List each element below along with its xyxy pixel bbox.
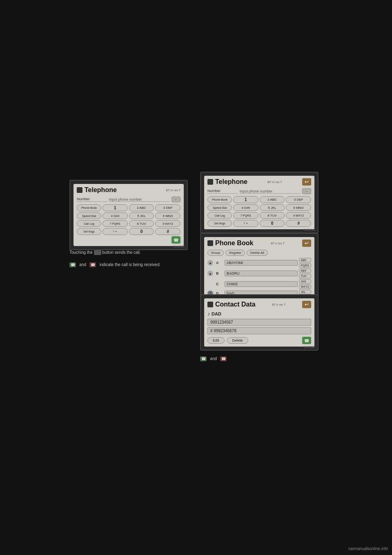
settings-btn-right[interactable]: Set tings bbox=[207, 220, 232, 227]
telephone-screen-left: Telephone BT rrr rec T Number Input phon… bbox=[69, 180, 188, 250]
key0-right[interactable]: 0 bbox=[260, 220, 285, 227]
key5-left[interactable]: 5 JKL bbox=[129, 213, 154, 219]
key6-left[interactable]: 6 MNO bbox=[155, 213, 180, 219]
signal-right: BT rrr rec T bbox=[267, 181, 282, 184]
letter-1: B bbox=[216, 271, 223, 275]
alpha-abc-0[interactable]: ABC bbox=[299, 258, 311, 262]
alpha-ghi-2[interactable]: GHI bbox=[299, 279, 311, 284]
key1-left[interactable]: 1 bbox=[102, 204, 128, 211]
alpha-def-1[interactable]: DEF bbox=[299, 269, 311, 273]
call-log-btn-right[interactable]: Call Log bbox=[207, 212, 232, 219]
phonebook-title: Phone Book bbox=[207, 239, 253, 247]
phone-icon-left bbox=[77, 187, 82, 193]
phone-book-btn-left[interactable]: Phone Book bbox=[77, 204, 101, 211]
key8-left[interactable]: 8 TUV bbox=[129, 220, 154, 227]
keypad-left: Phone Book 1 2 ABC 3 DEF Speed Dial 4 GH… bbox=[77, 204, 180, 235]
keyhash-right[interactable]: # bbox=[286, 220, 311, 227]
delete-btn-contact[interactable]: Delete bbox=[227, 337, 248, 344]
left-description: Touching the button sends the call. ☎ an… bbox=[69, 249, 160, 268]
key3-right[interactable]: 3 DEF bbox=[286, 196, 311, 203]
keypad-right: Phone Book 1 2 ABC 3 DEF Speed Dial 4 GH… bbox=[207, 196, 311, 227]
key3-left[interactable]: 3 DEF bbox=[155, 204, 180, 211]
key4-left[interactable]: 4 GHI bbox=[102, 213, 128, 219]
phone-field-1[interactable]: 9991234567 bbox=[207, 319, 311, 326]
tel-left-title: Telephone bbox=[77, 186, 117, 194]
phone-book-btn-right[interactable]: Phone Book bbox=[207, 196, 232, 203]
back-btn-right[interactable]: ↩ bbox=[302, 178, 311, 186]
number-row-right: Number Input phone number ← bbox=[207, 188, 311, 194]
back-btn-contact[interactable]: ↩ bbox=[302, 301, 311, 308]
contact-data-title: Contact Data bbox=[207, 301, 256, 308]
speed-dial-btn-left[interactable]: Speed Dial bbox=[77, 213, 101, 219]
key2-left[interactable]: 2 ABC bbox=[129, 204, 154, 211]
tel-right-title: Telephone bbox=[207, 178, 247, 186]
letter-2: C bbox=[216, 282, 223, 286]
call-answer-btn-left[interactable]: ☎ bbox=[172, 236, 180, 244]
phonebook-toolbar: Group Register Delete All bbox=[207, 250, 311, 256]
code-contact: 5U5096F bbox=[304, 346, 316, 349]
key4-right[interactable]: 4 GHI bbox=[233, 204, 258, 211]
alpha-pqrs-0[interactable]: PQRS bbox=[299, 263, 311, 268]
watermark: carmanualsonline.info bbox=[348, 546, 388, 551]
contact-icon-1: ▲ bbox=[207, 271, 213, 276]
delete-btn-right[interactable]: ← bbox=[302, 188, 311, 194]
edit-btn[interactable]: Edit bbox=[207, 337, 225, 344]
keystar-right[interactable]: * + bbox=[233, 220, 258, 227]
left-text-2: ☎ and ☎ indicate the call is being recei… bbox=[69, 262, 160, 268]
key2-right[interactable]: 2 ABC bbox=[260, 196, 285, 203]
signal-phonebook: BT rr rec T bbox=[271, 242, 285, 245]
page-container: Telephone BT rrr rec T Number Input phon… bbox=[0, 0, 392, 555]
telephone-screen-right: Telephone BT rrr rec T ↩ Number Input ph… bbox=[200, 172, 318, 233]
phone-icon-right bbox=[207, 179, 213, 185]
delete-btn-left[interactable]: ← bbox=[172, 197, 180, 202]
key1-right[interactable]: 1 bbox=[233, 196, 258, 203]
contact-name-2[interactable]: CHIKE bbox=[225, 281, 298, 287]
alpha-tuv-1[interactable]: TUV bbox=[299, 274, 311, 278]
back-btn-phonebook[interactable]: ↩ bbox=[302, 239, 311, 247]
key0-left[interactable]: 0 bbox=[129, 228, 154, 235]
number-row-left: Number Input phone number ← bbox=[77, 197, 180, 202]
key6-right[interactable]: 6 MNO bbox=[286, 204, 311, 211]
delete-all-btn[interactable]: Delete All bbox=[247, 250, 268, 256]
call-answer-contact[interactable]: ☎ bbox=[302, 337, 311, 344]
call-log-btn-left[interactable]: Call Log bbox=[77, 220, 101, 227]
key8-right[interactable]: 8 TUV bbox=[260, 212, 285, 219]
contact-name-row: ♪ DAD bbox=[207, 311, 311, 317]
signal-contact: BT rr rec T bbox=[272, 303, 285, 306]
phonebook-icon bbox=[207, 240, 213, 246]
contact-actions: Edit Delete ☎ bbox=[207, 337, 311, 344]
contact-data-screen: Contact Data BT rr rec T ↩ ♪ DAD 9991234… bbox=[200, 294, 318, 351]
key9-left[interactable]: 9 WXYZ bbox=[155, 220, 180, 227]
speed-dial-btn-right[interactable]: Speed Dial bbox=[207, 204, 232, 211]
register-btn[interactable]: Register bbox=[225, 250, 245, 256]
alpha-jkl-3[interactable]: JKL bbox=[299, 290, 311, 294]
phone-field-2[interactable]: # 9992345678 bbox=[207, 327, 311, 334]
signal-left: BT rrr rec T bbox=[166, 189, 180, 192]
code-right: 5U5094F bbox=[304, 228, 316, 231]
keystar-left[interactable]: * + bbox=[102, 228, 128, 235]
contact-data-icon bbox=[207, 302, 213, 307]
contact-icon-0: ▲ bbox=[207, 260, 213, 266]
key7-left[interactable]: 7 PQRS bbox=[102, 220, 128, 227]
contact-name-0[interactable]: ABAYOMI bbox=[225, 260, 298, 266]
key7-right[interactable]: 7 PQRS bbox=[233, 212, 258, 219]
contact-icon-description: ☎ and ☎ bbox=[200, 356, 227, 362]
keyhash-left[interactable]: # bbox=[155, 228, 180, 235]
key5-right[interactable]: 5 JKL bbox=[260, 204, 285, 211]
alpha-wxyz-2[interactable]: WXYZ bbox=[299, 284, 311, 289]
letter-0: A bbox=[216, 261, 223, 265]
left-text-1: Touching the button sends the call. bbox=[69, 249, 160, 255]
group-btn[interactable]: Group bbox=[207, 250, 224, 256]
contact-name-1[interactable]: BADRU bbox=[225, 271, 298, 276]
code-left: 5U5093F bbox=[173, 245, 185, 248]
key9-right[interactable]: 9 WXYZ bbox=[286, 212, 311, 219]
settings-btn-left[interactable]: Set tings bbox=[77, 228, 101, 235]
